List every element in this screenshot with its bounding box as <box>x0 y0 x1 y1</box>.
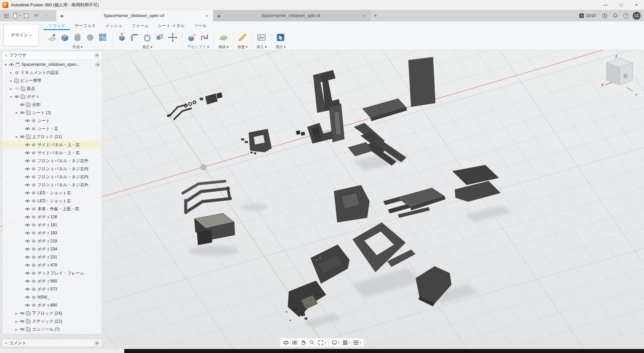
account-avatar[interactable]: GC <box>633 12 641 20</box>
tree-row[interactable]: ボディ218 <box>2 237 102 245</box>
expand-arrow-icon[interactable] <box>14 320 18 323</box>
orbit-button[interactable] <box>282 339 290 347</box>
group-label-modify[interactable]: 修正▾ <box>142 44 153 50</box>
tree-row[interactable]: シート (2) <box>2 109 102 117</box>
tree-row[interactable]: サイドパネル・上・左 <box>2 141 102 149</box>
new-tab-button[interactable]: + <box>370 10 380 21</box>
tree-row[interactable]: 下ブロック (24) <box>2 309 102 317</box>
expand-arrow-icon[interactable] <box>4 63 8 67</box>
viewcube-face-label[interactable]: 右 <box>623 73 628 79</box>
visibility-eye-icon[interactable] <box>25 119 30 122</box>
joint-button[interactable] <box>198 31 210 44</box>
fillet-button[interactable] <box>129 31 141 44</box>
toolbar-tab[interactable]: メッシュ <box>101 21 127 30</box>
comment-bar[interactable]: « コメント <box>2 339 102 347</box>
select-tool-button[interactable] <box>275 31 287 44</box>
tree-row[interactable]: 原点 <box>2 85 102 93</box>
collapse-panel-icon[interactable]: « <box>5 53 7 58</box>
group-label-insert[interactable]: 挿入▾ <box>257 44 267 50</box>
tree-row[interactable]: シート・足 <box>2 125 102 133</box>
move-copy-button[interactable] <box>167 31 179 44</box>
app-grid-button[interactable] <box>1 11 11 20</box>
parts-lower-cabinet[interactable] <box>286 223 451 321</box>
tree-row[interactable]: ビュー管理 <box>2 77 102 85</box>
group-label-inspect[interactable]: 検査▾ <box>237 44 248 50</box>
visibility-eye-icon[interactable] <box>25 296 30 299</box>
create-sketch-button[interactable] <box>46 31 58 44</box>
visibility-eye-icon[interactable] <box>9 63 14 66</box>
visibility-eye-icon[interactable] <box>25 199 30 203</box>
tree-row[interactable]: ボディ234 <box>2 245 102 253</box>
job-status[interactable]: 10/10 <box>576 10 599 21</box>
parts-back-panel[interactable] <box>409 57 435 107</box>
tree-row[interactable]: ボディ231 <box>2 253 102 261</box>
visibility-eye-icon[interactable] <box>25 231 30 235</box>
visibility-eye-icon[interactable] <box>20 135 25 138</box>
tree-row[interactable]: ディスプレイ・フレーム <box>2 269 102 277</box>
expand-arrow-icon[interactable] <box>9 95 13 99</box>
file-menu-button[interactable]: ▾ <box>11 11 21 20</box>
zoom-button[interactable] <box>308 339 316 347</box>
parts-seat-frames[interactable] <box>296 70 407 165</box>
visibility-eye-icon[interactable] <box>25 223 30 227</box>
save-button[interactable] <box>21 11 31 20</box>
tree-row[interactable]: ボディ <box>2 93 102 101</box>
visibility-eye-icon[interactable] <box>25 191 30 195</box>
maximize-button[interactable]: □ <box>613 0 629 10</box>
tree-row[interactable]: ボディ193 <box>2 229 102 237</box>
expand-arrow-icon[interactable] <box>14 135 18 139</box>
visibility-eye-icon[interactable] <box>25 151 30 154</box>
toolbar-tab[interactable]: サーフェス <box>70 21 101 30</box>
visibility-eye-icon[interactable] <box>20 328 25 331</box>
visibility-eye-icon[interactable] <box>25 263 30 267</box>
visibility-eye-icon[interactable] <box>20 103 25 106</box>
origin-marker[interactable] <box>201 164 206 170</box>
document-tab-open[interactable]: SpaceHarrier_shitdown_open v3 × <box>56 10 213 21</box>
expand-arrow-icon[interactable] <box>14 312 18 315</box>
visibility-eye-icon[interactable] <box>25 183 30 187</box>
expand-arrow-icon[interactable] <box>14 328 18 331</box>
tree-row[interactable]: スティック (12) <box>2 317 102 325</box>
parts-tube-frame[interactable] <box>183 181 230 213</box>
activate-component-radio[interactable] <box>96 63 100 67</box>
combine-button[interactable] <box>154 31 166 44</box>
tree-root-row[interactable]: SpaceHarrier_shitdown_open... <box>2 61 102 69</box>
visibility-eye-icon[interactable] <box>25 247 30 251</box>
tree-row[interactable]: コンソール (7) <box>2 325 102 333</box>
toolbar-tab[interactable]: シート メタル <box>153 21 189 30</box>
visibility-eye-icon[interactable] <box>20 111 25 114</box>
display-settings-button[interactable]: ▾ <box>330 339 340 347</box>
tree-row[interactable]: ボディ479 <box>2 261 102 269</box>
visibility-eye-icon[interactable] <box>25 143 30 146</box>
visibility-eye-icon[interactable] <box>25 239 30 243</box>
tab-close-button[interactable]: × <box>204 13 210 18</box>
tree-row[interactable]: ボディ573 <box>2 285 102 293</box>
fit-button[interactable]: ▾ <box>317 339 327 347</box>
tree-row[interactable]: LED・ショット左 <box>2 197 102 205</box>
visibility-eye-icon[interactable] <box>25 279 30 283</box>
viewcube[interactable]: 右 Z X Y <box>601 54 638 98</box>
press-pull-button[interactable] <box>116 31 128 44</box>
primitive-cylinder-button[interactable] <box>71 31 84 44</box>
tree-row[interactable]: 分割 <box>2 101 102 109</box>
construction-plane-button[interactable] <box>217 31 229 44</box>
minimize-button[interactable]: — <box>598 0 613 10</box>
new-component-button[interactable] <box>186 31 198 44</box>
tree-row[interactable]: 本体・外板・上面・前 <box>2 205 102 213</box>
group-label-create[interactable]: 作成▾ <box>72 44 83 50</box>
visibility-eye-icon[interactable] <box>25 255 30 259</box>
comment-collapse-icon[interactable]: « <box>5 341 7 345</box>
tree-row[interactable]: ボディ191 <box>2 221 102 229</box>
tree-row[interactable]: サイドパネル・上・右 <box>2 149 102 157</box>
tree-row[interactable]: ボディ565 <box>2 277 102 285</box>
tree-row[interactable]: フロントパネル・ネジ左外 <box>2 157 102 165</box>
primitive-box-button[interactable] <box>59 31 71 44</box>
tree-row[interactable]: フロントパネル・ネジ右外 <box>2 181 102 189</box>
insert-canvas-button[interactable] <box>256 31 268 44</box>
redo-button[interactable]: ↷ <box>41 11 51 20</box>
tree-row[interactable]: LED・ショット右 <box>2 189 102 197</box>
group-label-select[interactable]: 選択▾ <box>276 44 286 50</box>
notifications-button[interactable] <box>610 10 621 21</box>
parts-control-bracket[interactable] <box>241 129 272 154</box>
visibility-eye-icon[interactable] <box>25 159 30 162</box>
